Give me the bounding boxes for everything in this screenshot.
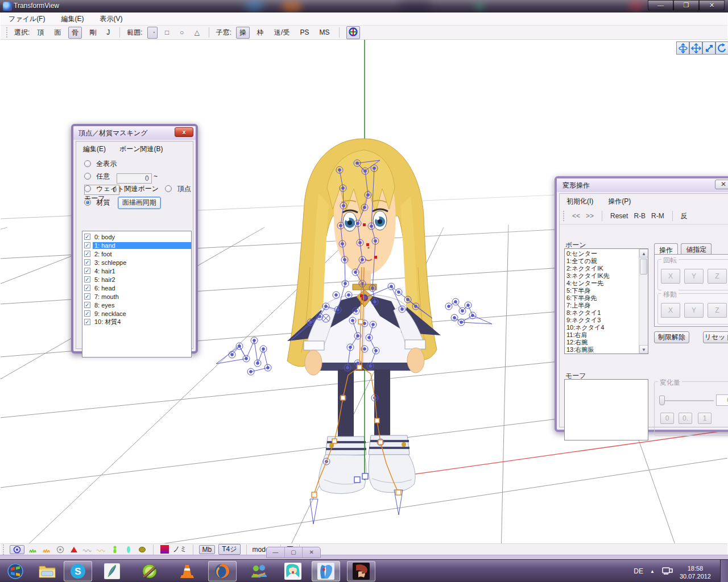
minimize-button[interactable]: — xyxy=(648,0,673,11)
green-figure-icon[interactable] xyxy=(110,545,120,554)
prev-bone-button[interactable]: << xyxy=(572,212,580,220)
cyan-figure-icon[interactable] xyxy=(123,545,134,554)
restore-button[interactable]: ❐ xyxy=(673,0,699,11)
bone-row[interactable]: 6:下半身先 xyxy=(566,294,648,302)
amount-0-button[interactable]: 0 xyxy=(660,413,674,424)
network-icon[interactable] xyxy=(661,567,673,576)
bone-row[interactable]: 8:ネクタイ1 xyxy=(566,309,648,317)
bg-minimize-button[interactable]: — xyxy=(267,547,285,558)
limit-release-button[interactable]: 制限解除 xyxy=(654,331,689,343)
turtle-icon[interactable] xyxy=(137,545,147,554)
select-rigid-button[interactable]: 剛 xyxy=(86,27,99,38)
move-y-button[interactable]: Y xyxy=(684,303,704,318)
menu-file[interactable]: ファイル(F) xyxy=(9,14,45,24)
next-bone-button[interactable]: >> xyxy=(586,212,594,220)
amount-value-field[interactable]: 0.0 xyxy=(716,394,728,406)
masking-menu-bone[interactable]: ボーン関連(B) xyxy=(119,144,163,154)
red-gradient-square-icon[interactable] xyxy=(159,545,169,554)
taskbar-anime-app[interactable] xyxy=(347,561,375,581)
range-square-button[interactable]: □ xyxy=(162,28,172,37)
masking-menu-edit[interactable]: 編集(E) xyxy=(83,144,106,154)
material-checkbox[interactable]: ✓ xyxy=(84,319,90,325)
material-checkbox[interactable]: ✓ xyxy=(84,310,90,317)
select-face-button[interactable]: 面 xyxy=(51,27,64,38)
toolbar-gripper[interactable] xyxy=(6,27,9,38)
reverse-button[interactable]: 反 xyxy=(681,211,688,221)
select-vertex-button[interactable]: 頂 xyxy=(34,27,47,38)
red-triangle-icon[interactable] xyxy=(69,545,79,554)
start-button[interactable] xyxy=(1,561,30,581)
view-orbit-button[interactable] xyxy=(715,41,728,55)
face-draw-sync-button[interactable]: 面描画同期 xyxy=(118,197,161,209)
taskbar-clock[interactable]: 18:58 30.07.2012 xyxy=(680,562,711,580)
orange-grass-icon[interactable] xyxy=(42,545,52,554)
amount-1-button[interactable]: 1 xyxy=(698,413,712,424)
taskbar-miku-singing[interactable] xyxy=(279,561,307,581)
tf-menu-init[interactable]: 初期化(I) xyxy=(566,197,593,206)
view-zoom-button[interactable] xyxy=(702,41,715,55)
taskbar-explorer[interactable] xyxy=(33,561,61,581)
bg-restore-button[interactable]: ▢ xyxy=(285,547,303,558)
scroll-down-arrow[interactable]: ▼ xyxy=(639,345,648,354)
taskbar-feather-app[interactable] xyxy=(98,561,126,581)
view-rotate-button[interactable] xyxy=(676,41,689,55)
material-checkbox[interactable]: ✓ xyxy=(84,285,90,291)
material-checkbox[interactable]: ✓ xyxy=(84,276,90,282)
green-grass-icon[interactable] xyxy=(28,545,38,554)
child-ps-button[interactable]: PS xyxy=(297,28,312,37)
radio-material[interactable] xyxy=(84,199,91,206)
rm-button[interactable]: R-M xyxy=(651,212,664,220)
rotate-y-button[interactable]: Y xyxy=(684,269,704,284)
bone-row[interactable]: 7:上半身 xyxy=(566,302,648,309)
yellow-waves-icon[interactable] xyxy=(96,545,106,554)
material-list[interactable]: ✓0: body ✓1: hand ✓2: foot ✓3: schleppe … xyxy=(82,231,192,357)
tf-toolbar-gripper[interactable] xyxy=(563,211,565,221)
child-sendreceive-button[interactable]: 送/受 xyxy=(271,27,292,38)
taskbar-vlc[interactable] xyxy=(173,561,201,581)
transform-panel-close-button[interactable]: ✕ xyxy=(715,180,728,189)
t4-button[interactable]: T4ジ xyxy=(218,544,240,555)
material-checkbox[interactable]: ✓ xyxy=(84,242,90,248)
amount-slider-track[interactable] xyxy=(660,400,714,401)
bone-row[interactable]: 10:ネクタイ4 xyxy=(566,324,648,331)
transform-panel-titlebar[interactable]: 変形操作 xyxy=(557,178,728,192)
radio-vertex-morph[interactable] xyxy=(165,185,172,192)
taskbar-firefox[interactable] xyxy=(208,561,237,581)
range-triangle-button[interactable]: △ xyxy=(192,28,202,37)
bone-row[interactable]: 5:下半身 xyxy=(566,287,648,294)
mb-button[interactable]: Mb xyxy=(199,545,216,554)
child-ms-button[interactable]: MS xyxy=(316,28,332,37)
bone-list[interactable]: 0:センター 1:全ての親 2:ネクタイIK 3:ネクタイIK先 4:センター先… xyxy=(564,248,648,354)
move-x-button[interactable]: X xyxy=(661,303,680,318)
material-checkbox[interactable]: ✓ xyxy=(84,293,90,300)
taskbar-messenger[interactable] xyxy=(245,561,273,581)
range-circle-button[interactable]: ○ xyxy=(177,28,187,37)
bone-row[interactable]: 9:ネクタイ3 xyxy=(566,317,648,324)
menu-view[interactable]: 表示(V) xyxy=(100,14,122,24)
material-checkbox[interactable]: ✓ xyxy=(84,268,90,274)
menu-edit[interactable]: 編集(E) xyxy=(61,14,84,24)
rotate-x-button[interactable]: X xyxy=(661,269,680,284)
show-desktop-button[interactable] xyxy=(720,560,728,582)
material-checkbox[interactable]: ✓ xyxy=(84,251,90,257)
view-pan-button[interactable] xyxy=(689,41,702,55)
tray-expand-arrow[interactable]: ▲ xyxy=(650,569,655,574)
panel-reset-button[interactable]: リセット xyxy=(703,331,728,343)
taskbar-miku-back-active[interactable] xyxy=(312,561,340,581)
child-operate-button[interactable]: 操 xyxy=(236,27,250,39)
keyboard-layout[interactable]: DE xyxy=(634,567,643,575)
grey-waves-icon[interactable] xyxy=(82,545,93,554)
scroll-up-arrow[interactable]: ▲ xyxy=(639,249,648,257)
radio-weight-bone[interactable] xyxy=(84,185,91,192)
bottom-toolbar-gripper[interactable] xyxy=(3,544,5,555)
bg-close-button[interactable]: ✕ xyxy=(303,547,320,558)
grey-target-icon[interactable] xyxy=(55,545,65,554)
masking-dialog-close-button[interactable]: x xyxy=(175,127,193,137)
axis-target-button[interactable] xyxy=(346,26,360,39)
move-z-button[interactable]: Z xyxy=(708,303,727,318)
bone-row[interactable]: 2:ネクタイIK xyxy=(566,265,648,272)
taskbar-lime-app[interactable] xyxy=(135,561,164,581)
select-j-button[interactable]: J xyxy=(104,28,113,37)
bone-row[interactable]: 3:ネクタイIK先 xyxy=(566,272,648,280)
select-bone-button[interactable]: 骨 xyxy=(68,27,82,39)
